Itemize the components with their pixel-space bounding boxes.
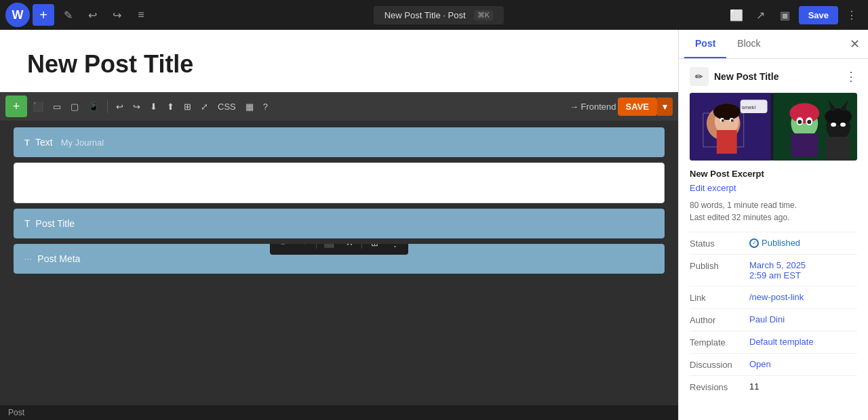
- empty-block[interactable]: [14, 163, 665, 203]
- svg-point-10: [731, 119, 734, 122]
- template-value[interactable]: Default template: [749, 337, 857, 347]
- floating-block-toolbar: ✏ ✒ ⬛ ✕ ⊞ ⋮: [270, 244, 408, 255]
- top-bar: W + ✎ ↩ ↪ ≡ New Post Title · Post ⌘K ⬜ ↗…: [0, 0, 868, 30]
- divi-save-dropdown-button[interactable]: ▾: [657, 98, 673, 116]
- divi-layout-3-button[interactable]: ▢: [66, 99, 83, 114]
- panel-close-button[interactable]: ✕: [847, 34, 863, 54]
- svg-rect-16: [791, 133, 818, 157]
- svg-text:smek!: smek!: [742, 104, 756, 110]
- word-count: 80 words, 1 minute read time. Last edite…: [690, 199, 857, 224]
- divi-layout-2-button[interactable]: ▭: [49, 99, 65, 114]
- editor-content: T Text My Journal T Post Title ···: [0, 121, 678, 404]
- status-value: Published: [762, 238, 800, 248]
- author-label: Author: [690, 314, 744, 325]
- excerpt-label: New Post Excerpt: [690, 169, 857, 179]
- divi-save-group: SAVE ▾: [618, 98, 673, 116]
- add-block-button[interactable]: +: [33, 4, 54, 26]
- divi-fullscreen-button[interactable]: ⤢: [197, 99, 212, 114]
- template-label: Template: [690, 337, 744, 348]
- post-title-block[interactable]: T Post Title: [14, 209, 665, 238]
- status-check-icon: ✓: [752, 240, 757, 246]
- meta-row-template: Template Default template: [690, 331, 857, 353]
- publish-date-link[interactable]: March 5, 2025 2:59 am EST: [749, 260, 857, 280]
- divi-help-button[interactable]: ?: [259, 99, 272, 114]
- featured-image[interactable]: smek!: [690, 93, 857, 161]
- post-info-header: ✏ New Post Title ⋮: [690, 67, 857, 86]
- divi-redo-button[interactable]: ↪: [129, 99, 144, 114]
- ft-divider-2: [361, 244, 362, 249]
- status-label: Status: [690, 238, 744, 249]
- ft-divider-1: [316, 244, 317, 249]
- revisions-value: 11: [749, 381, 857, 392]
- meta-row-status: Status ✓ Published: [690, 232, 857, 254]
- top-bar-actions: ⬜ ↗ ▣ Save ⋮: [726, 4, 863, 26]
- svg-point-26: [831, 123, 836, 127]
- divi-save-button[interactable]: SAVE: [618, 98, 657, 116]
- ft-close-button[interactable]: ✕: [340, 244, 359, 252]
- ft-more-button[interactable]: ⋮: [385, 244, 404, 252]
- sidebar-toggle-button[interactable]: ▣: [774, 4, 796, 26]
- status-published[interactable]: ✓ Published: [749, 238, 800, 248]
- options-button[interactable]: ⋮: [841, 4, 863, 26]
- edit-excerpt-link[interactable]: Edit excerpt: [690, 183, 736, 193]
- post-title-block-label: Post Title: [36, 218, 75, 229]
- document-title-pill[interactable]: New Post Title · Post ⌘K: [374, 6, 504, 24]
- view-mode-button[interactable]: ⬜: [726, 4, 747, 26]
- post-info-icon: ✏: [690, 67, 709, 86]
- text-block[interactable]: T Text My Journal: [14, 127, 665, 157]
- editor-area: New Post Title + ⬛ ▭ ▢ 📱 ↩ ↪ ⬇ ⬆ ⊞ ⤢ CSS…: [0, 30, 678, 420]
- link-value[interactable]: /new-post-link: [749, 292, 857, 302]
- ft-edit-button[interactable]: ✏: [274, 244, 293, 252]
- divi-undo-button[interactable]: ↩: [112, 99, 127, 114]
- top-bar-title-container: New Post Title · Post ⌘K: [155, 6, 723, 24]
- save-button[interactable]: Save: [799, 6, 838, 24]
- divi-share-button[interactable]: ⬆: [163, 99, 178, 114]
- block-post-meta-row: ··· Post Meta ✏ ✒ ⬛ ✕ ⊞ ⋮: [14, 244, 665, 274]
- post-info-more-button[interactable]: ⋮: [845, 69, 857, 84]
- discussion-label: Discussion: [690, 359, 744, 370]
- external-link-button[interactable]: ↗: [750, 4, 772, 26]
- svg-rect-22: [826, 137, 850, 161]
- tab-block[interactable]: Block: [726, 30, 771, 58]
- svg-point-19: [797, 120, 802, 124]
- divi-grid-button[interactable]: ⊞: [180, 99, 195, 114]
- divi-mobile-button[interactable]: 📱: [84, 99, 103, 114]
- text-block-icon: T: [24, 138, 30, 148]
- list-view-button[interactable]: ≡: [130, 4, 152, 26]
- divi-history-button[interactable]: ⬇: [146, 99, 161, 114]
- divi-add-button[interactable]: +: [5, 96, 27, 117]
- svg-point-9: [722, 119, 724, 122]
- divi-portability-button[interactable]: ▦: [241, 99, 258, 114]
- ft-grid-button[interactable]: ⊞: [365, 244, 384, 252]
- ft-box-button[interactable]: ⬛: [319, 244, 338, 252]
- discussion-value[interactable]: Open: [749, 359, 857, 369]
- author-value[interactable]: Paul Dini: [749, 314, 857, 324]
- meta-row-author: Author Paul Dini: [690, 308, 857, 331]
- link-label: Link: [690, 292, 744, 303]
- publish-label: Publish: [690, 260, 744, 271]
- post-meta-block-label: Post Meta: [37, 253, 80, 264]
- text-block-sub: My Journal: [61, 138, 104, 148]
- right-panel: Post Block ✕ ✏ New Post Title ⋮: [678, 30, 868, 420]
- divi-css-button[interactable]: CSS: [214, 99, 240, 114]
- block-post-title-row: T Post Title: [14, 209, 665, 238]
- ft-draw-button[interactable]: ✒: [294, 244, 313, 252]
- wp-logo: W: [5, 3, 30, 27]
- status-circle-icon: ✓: [749, 238, 759, 248]
- block-empty-row: [14, 163, 665, 203]
- meta-row-discussion: Discussion Open: [690, 353, 857, 375]
- status-bar: Post: [0, 404, 678, 420]
- tools-button[interactable]: ✎: [57, 4, 79, 26]
- post-title[interactable]: New Post Title: [27, 50, 651, 79]
- keyboard-shortcut: ⌘K: [474, 10, 493, 20]
- revisions-label: Revisions: [690, 381, 744, 392]
- svg-point-20: [807, 120, 811, 124]
- tab-post[interactable]: Post: [684, 30, 726, 58]
- undo-button[interactable]: ↩: [81, 4, 103, 26]
- svg-point-15: [789, 103, 819, 123]
- divi-layout-1-button[interactable]: ⬛: [28, 99, 47, 114]
- divi-frontend-link[interactable]: → Frontend: [570, 102, 616, 112]
- svg-point-6: [713, 104, 741, 120]
- redo-button[interactable]: ↪: [106, 4, 127, 26]
- svg-rect-5: [717, 130, 737, 154]
